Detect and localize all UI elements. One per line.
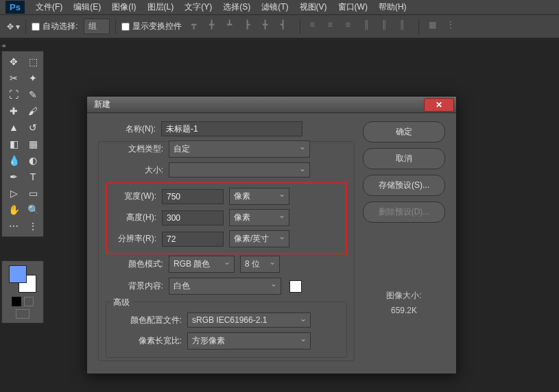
brush-tool-icon[interactable]: 🖌	[24, 103, 42, 119]
default-colors-icon[interactable]	[12, 297, 21, 306]
aspect-select[interactable]: 方形像素	[187, 332, 311, 350]
edit-toolbar-icon[interactable]: ⋮	[24, 219, 42, 234]
save-preset-button[interactable]: 存储预设(S)...	[363, 175, 445, 196]
auto-select-target[interactable]: 组	[84, 19, 110, 34]
divider	[25, 19, 26, 34]
extra-tool-icon[interactable]: ⋯	[5, 219, 23, 234]
menu-view[interactable]: 视图(V)	[294, 1, 333, 13]
menu-help[interactable]: 帮助(H)	[373, 1, 412, 13]
distribute-2-icon[interactable]: ≡	[328, 20, 342, 34]
close-button[interactable]: ✕	[424, 98, 454, 112]
stamp-tool-icon[interactable]: ▲	[5, 120, 23, 135]
magic-wand-tool-icon[interactable]: ✦	[24, 71, 42, 86]
extra-icons: ▦ ⋮	[429, 20, 460, 34]
distribute-4-icon[interactable]: ║	[364, 20, 377, 34]
healing-tool-icon[interactable]: ✚	[5, 103, 23, 119]
name-label: 名称(N):	[98, 123, 156, 135]
width-unit-select[interactable]: 像素	[229, 188, 289, 205]
height-unit-select[interactable]: 像素	[229, 209, 289, 226]
resolution-input[interactable]	[162, 232, 224, 247]
show-transform-checkbox[interactable]: 显示变换控件	[121, 21, 182, 32]
size-select[interactable]	[169, 162, 310, 177]
divider	[300, 19, 300, 34]
align-vcenter-icon[interactable]: ╋	[209, 20, 223, 34]
distribute-5-icon[interactable]: ║	[381, 20, 395, 34]
profile-label: 颜色配置文件:	[113, 315, 182, 326]
color-swatch-panel	[1, 260, 44, 323]
shape-tool-icon[interactable]: ▭	[24, 186, 42, 201]
lasso-tool-icon[interactable]: ✂	[5, 71, 23, 86]
options-bar: ✥ ▾ 自动选择: 组 显示变换控件 ┳ ╋ ┻ ┣ ╋ ┫ ≡ ≡ ≡ ║ ║…	[0, 15, 559, 38]
crop-tool-icon[interactable]: ⛶	[5, 87, 23, 102]
menu-layer[interactable]: 图层(L)	[142, 1, 180, 13]
divider	[115, 19, 116, 34]
extra-icon-1[interactable]: ▦	[429, 20, 442, 34]
eraser-tool-icon[interactable]: ◧	[5, 136, 23, 151]
show-transform-label: 显示变换控件	[132, 21, 182, 32]
align-icons-group: ┳ ╋ ┻ ┣ ╋ ┫	[191, 20, 294, 34]
marquee-tool-icon[interactable]: ⬚	[24, 54, 42, 69]
menu-select[interactable]: 选择(S)	[217, 1, 256, 13]
panel-collapse-handle[interactable]	[1, 40, 11, 47]
colormode-select[interactable]: RGB 颜色	[169, 256, 235, 273]
menu-edit[interactable]: 编辑(E)	[68, 1, 106, 13]
ok-button[interactable]: 确定	[363, 121, 445, 143]
menu-window[interactable]: 窗口(W)	[333, 1, 373, 13]
gradient-tool-icon[interactable]: ▦	[24, 136, 42, 151]
profile-select[interactable]: sRGB IEC61966-2.1	[187, 313, 311, 328]
menubar: Ps 文件(F) 编辑(E) 图像(I) 图层(L) 文字(Y) 选择(S) 滤…	[0, 0, 559, 15]
align-hcenter-icon[interactable]: ╋	[263, 20, 276, 34]
name-input[interactable]	[161, 121, 302, 136]
align-top-icon[interactable]: ┳	[191, 20, 205, 34]
zoom-tool-icon[interactable]: 🔍	[24, 202, 42, 217]
background-select[interactable]: 白色	[169, 278, 281, 295]
delete-preset-button[interactable]: 删除预设(D)...	[363, 201, 445, 223]
pen-tool-icon[interactable]: ✒	[5, 169, 23, 184]
auto-select-label: 自动选择:	[43, 21, 78, 32]
new-document-dialog: 新建 ✕ 名称(N): 文档类型: 自定 大小:	[86, 96, 457, 374]
move-tool-icon[interactable]: ✥	[5, 54, 23, 69]
image-size-label: 图像大小: 659.2K	[363, 290, 445, 315]
menu-type[interactable]: 文字(Y)	[179, 1, 217, 13]
menu-filter[interactable]: 滤镜(T)	[256, 1, 294, 13]
menu-file[interactable]: 文件(F)	[30, 1, 68, 13]
dodge-tool-icon[interactable]: ◐	[24, 153, 42, 168]
distribute-6-icon[interactable]: ║	[399, 20, 413, 34]
path-select-icon[interactable]: ▷	[5, 186, 23, 201]
background-color-preview[interactable]	[289, 280, 302, 293]
tools-panel: ✥ ⬚ ✂ ✦ ⛶ ✎ ✚ 🖌 ▲ ↺ ◧ ▦ 💧 ◐ ✒ T ▷ ▭ ✋ 🔍 …	[1, 51, 44, 237]
eyedropper-tool-icon[interactable]: ✎	[24, 87, 42, 102]
highlighted-region: 宽度(W): 像素 高度(H): 像素 分辨率(R): 像素/英寸	[106, 182, 347, 254]
distribute-1-icon[interactable]: ≡	[310, 20, 324, 34]
height-label: 高度(H):	[112, 212, 156, 223]
blur-tool-icon[interactable]: 💧	[5, 153, 23, 168]
foreground-color-swatch[interactable]	[9, 265, 27, 283]
cancel-button[interactable]: 取消	[363, 148, 445, 169]
align-right-icon[interactable]: ┫	[281, 20, 294, 34]
background-label: 背景内容:	[106, 280, 163, 292]
distribute-3-icon[interactable]: ≡	[346, 20, 359, 34]
height-input[interactable]	[162, 210, 224, 225]
doctype-label: 文档类型:	[106, 143, 163, 155]
type-tool-icon[interactable]: T	[24, 169, 42, 184]
swap-colors-icon[interactable]	[24, 297, 34, 306]
menu-image[interactable]: 图像(I)	[106, 1, 141, 13]
resolution-unit-select[interactable]: 像素/英寸	[229, 230, 289, 247]
quickmask-icon[interactable]	[16, 309, 29, 319]
auto-select-checkbox[interactable]: 自动选择:	[32, 21, 78, 32]
hand-tool-icon[interactable]: ✋	[5, 202, 23, 217]
width-label: 宽度(W):	[112, 191, 156, 202]
doctype-select[interactable]: 自定	[169, 140, 310, 158]
divider	[418, 19, 419, 34]
align-bottom-icon[interactable]: ┻	[227, 20, 241, 34]
align-left-icon[interactable]: ┣	[245, 20, 259, 34]
size-label: 大小:	[106, 164, 163, 176]
aspect-label: 像素长宽比:	[113, 335, 182, 347]
dialog-titlebar[interactable]: 新建 ✕	[87, 97, 456, 113]
history-brush-icon[interactable]: ↺	[24, 120, 42, 135]
width-input[interactable]	[162, 189, 224, 204]
dialog-title: 新建	[94, 99, 110, 110]
distribute-icons-group: ≡ ≡ ≡ ║ ║ ║	[310, 20, 413, 34]
colordepth-select[interactable]: 8 位	[240, 256, 280, 273]
extra-icon-2[interactable]: ⋮	[447, 20, 460, 34]
